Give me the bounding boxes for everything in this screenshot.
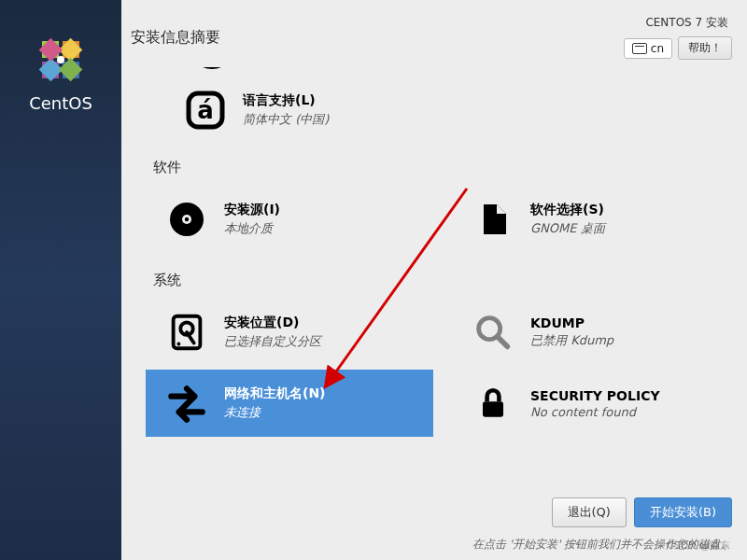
spoke-installation-destination[interactable]: 安装位置(D) 已选择自定义分区	[146, 299, 433, 366]
product-label: CENTOS 7 安装	[645, 15, 728, 31]
spoke-title: 网络和主机名(N)	[224, 385, 326, 402]
spoke-title: 安装源(I)	[224, 202, 280, 218]
brand-label: CentOS	[0, 93, 121, 113]
spoke-subtitle: 未连接	[224, 404, 326, 421]
language-icon: á	[181, 86, 230, 134]
footer: 退出(Q) 开始安装(B) 在点击 '开始安装' 按钮前我们并不会操作您的磁盘。	[121, 488, 747, 560]
harddisk-icon	[162, 308, 211, 357]
svg-text:á: á	[197, 96, 214, 124]
main-panel: 安装信息摘要 CENTOS 7 安装 cn 帮助！ á	[121, 0, 747, 560]
centos-logo-icon	[33, 32, 89, 88]
keyboard-layout-button[interactable]: cn	[624, 38, 672, 59]
spoke-title: 软件选择(S)	[530, 202, 605, 218]
lock-icon	[469, 379, 517, 427]
spoke-title: SECURITY POLICY	[530, 388, 660, 403]
keyboard-layout-label: cn	[651, 42, 664, 55]
help-button[interactable]: 帮助！	[678, 36, 732, 60]
sidebar: CentOS	[0, 0, 121, 560]
svg-point-8	[57, 56, 64, 63]
network-arrows-icon	[162, 379, 211, 427]
spoke-security-policy[interactable]: SECURITY POLICY No content found	[452, 370, 740, 437]
spoke-network-hostname[interactable]: 网络和主机名(N) 未连接	[146, 370, 433, 437]
spoke-title: 语言支持(L)	[243, 92, 329, 109]
footer-hint: 在点击 '开始安装' 按钮前我们并不会操作您的磁盘。	[136, 537, 732, 553]
section-heading-software: 软件	[153, 159, 740, 176]
spoke-installation-source[interactable]: 安装源(I) 本地介质	[146, 186, 433, 253]
spoke-subtitle: 本地介质	[224, 220, 280, 237]
page-title: 安装信息摘要	[131, 28, 220, 48]
svg-rect-18	[483, 401, 503, 417]
svg-point-13	[185, 217, 189, 221]
svg-point-16	[176, 343, 180, 346]
package-icon	[469, 195, 517, 244]
magnifier-icon	[469, 308, 517, 357]
spoke-title: 安装位置(D)	[224, 315, 321, 331]
disc-icon	[162, 195, 211, 244]
spoke-kdump[interactable]: KDUMP 已禁用 Kdump	[452, 299, 740, 366]
section-heading-system: 系统	[153, 272, 740, 289]
watermark: CSDN @帅东	[667, 539, 730, 553]
quit-button[interactable]: 退出(Q)	[552, 497, 627, 527]
spoke-subtitle: 已选择自定义分区	[224, 333, 321, 350]
begin-install-button[interactable]: 开始安装(B)	[634, 497, 732, 527]
spoke-subtitle: GNOME 桌面	[530, 220, 605, 237]
spoke-software-selection[interactable]: 软件选择(S) GNOME 桌面	[452, 186, 740, 253]
spoke-subtitle: No content found	[530, 405, 660, 419]
header: 安装信息摘要 CENTOS 7 安装 cn 帮助！	[121, 0, 747, 67]
keyboard-icon	[632, 43, 647, 54]
scrolled-item-partial	[183, 67, 740, 77]
spoke-subtitle: 简体中文 (中国)	[243, 111, 329, 128]
spoke-language-support[interactable]: á 语言支持(L) 简体中文 (中国)	[164, 77, 740, 144]
spoke-title: KDUMP	[530, 315, 613, 330]
spoke-subtitle: 已禁用 Kdump	[530, 332, 613, 349]
